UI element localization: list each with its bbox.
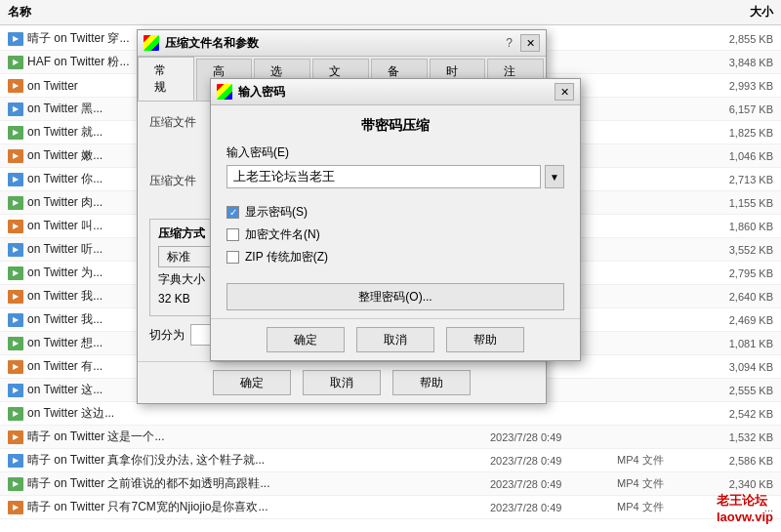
file-icon: ▶ [8, 266, 23, 280]
show-password-label: 显示密码(S) [245, 204, 308, 221]
file-size: 3,094 KB [695, 361, 773, 373]
file-size: 1,046 KB [695, 150, 773, 162]
split-label: 切分为 [149, 327, 185, 344]
file-icon: ▶ [8, 477, 23, 491]
file-type: MP4 文件 [617, 453, 695, 468]
file-type: MP4 文件 [617, 500, 695, 514]
file-icon: ▶ [8, 102, 23, 116]
zip-icon [144, 35, 159, 51]
password-dialog-title: 输入密码 [238, 84, 285, 101]
update-label: 压缩文件 [149, 173, 218, 189]
password-input[interactable] [226, 165, 541, 188]
password-subtitle: 带密码压缩 [211, 117, 580, 135]
manage-password-button[interactable]: 整理密码(O)... [226, 283, 564, 310]
file-size: 2,340 KB [695, 478, 773, 490]
password-titlebar[interactable]: 输入密码 ✕ [211, 79, 580, 105]
dict-value: 32 KB [158, 292, 190, 306]
encrypt-filename-label: 加密文件名(N) [245, 226, 320, 243]
file-name: ▶ 晴子 on Twitter 真拿你们没办法, 这个鞋子就... [8, 452, 490, 469]
encrypt-filename-row[interactable]: 加密文件名(N) [226, 226, 564, 243]
file-icon: ▶ [8, 337, 23, 350]
pw-help-button[interactable]: 帮助 [446, 327, 524, 352]
file-icon: ▶ [8, 290, 23, 304]
col-header-date [490, 4, 617, 20]
col-header-size: 大小 [695, 4, 773, 20]
file-date: 2023/7/28 0:49 [490, 431, 617, 443]
zip-params-titlebar[interactable]: 压缩文件名和参数 ? ✕ [138, 30, 546, 57]
file-icon: ▶ [8, 79, 23, 93]
show-password-row[interactable]: 显示密码(S) [226, 204, 564, 221]
password-input-row: ▼ [211, 165, 580, 188]
file-icon: ▶ [8, 501, 23, 514]
zip-params-footer: 确定 取消 帮助 [138, 361, 546, 403]
zip-ok-button[interactable]: 确定 [213, 370, 291, 395]
file-size: 6,157 KB [695, 103, 773, 115]
watermark: 老王论坛 laovw.vip [717, 492, 773, 524]
file-icon: ▶ [8, 173, 23, 186]
file-size: 1,155 KB [695, 197, 773, 209]
dialog-close-button[interactable]: ✕ [520, 34, 540, 52]
file-icon: ▶ [8, 313, 23, 327]
password-label: 输入密码(E) [211, 144, 580, 161]
zip-traditional-row[interactable]: ZIP 传统加密(Z) [226, 249, 564, 266]
file-size: 3,552 KB [695, 244, 773, 256]
file-icon: ▶ [8, 430, 23, 444]
title-help-label: ? [506, 36, 513, 50]
col-header-name: 名称 [8, 4, 490, 20]
file-type: MP4 文件 [617, 476, 695, 491]
col-header-type [617, 4, 695, 20]
file-size: 2,542 KB [695, 408, 773, 420]
table-row[interactable]: ▶ 晴子 on Twitter 之前谁说的都不如透明高跟鞋... 2023/7/… [0, 472, 781, 496]
file-icon: ▶ [8, 56, 23, 69]
file-icon: ▶ [8, 32, 23, 46]
file-icon: ▶ [8, 243, 23, 257]
file-date: 2023/7/28 0:49 [490, 502, 617, 513]
file-name: ▶ 晴子 on Twitter 只有7CM宽的Njiojio是你喜欢... [8, 499, 490, 515]
encrypt-filename-checkbox[interactable] [226, 228, 239, 241]
table-row[interactable]: ▶ 晴子 on Twitter 只有7CM宽的Njiojio是你喜欢... 20… [0, 496, 781, 519]
file-size: 1,081 KB [695, 338, 773, 349]
filename-label: 压缩文件 [149, 114, 218, 131]
file-size: 2,713 KB [695, 174, 773, 185]
file-size: 2,993 KB [695, 80, 773, 92]
pw-dropdown-button[interactable]: ▼ [545, 165, 564, 188]
table-row[interactable]: ▶ on Twitter 这边... 2,542 KB [0, 402, 781, 426]
file-size: 1,532 KB [695, 431, 773, 443]
dict-label: 字典大小 [158, 271, 205, 288]
file-icon: ▶ [8, 360, 23, 374]
file-name: ▶ 晴子 on Twitter 这是一个... [8, 429, 490, 445]
file-size: 2,555 KB [695, 385, 773, 396]
tab-general[interactable]: 常规 [138, 57, 194, 101]
file-date: 2023/7/28 0:49 [490, 455, 617, 467]
file-icon: ▶ [8, 454, 23, 468]
file-size: 2,586 KB [695, 455, 773, 467]
file-size: 2,795 KB [695, 267, 773, 279]
table-row[interactable]: ▶ 晴子 on Twitter 这是一个... 2023/7/28 0:49 1… [0, 426, 781, 449]
password-footer: 确定 取消 帮助 [211, 318, 580, 360]
zip-traditional-checkbox[interactable] [226, 251, 239, 264]
pw-close-button[interactable]: ✕ [555, 83, 574, 101]
file-name: ▶ 晴子 on Twitter 之前谁说的都不如透明高跟鞋... [8, 475, 490, 492]
file-date: 2023/7/28 0:49 [490, 478, 617, 490]
password-options: 显示密码(S) 加密文件名(N) ZIP 传统加密(Z) [211, 200, 580, 275]
zip-help-button[interactable]: 帮助 [392, 370, 471, 395]
zip-traditional-label: ZIP 传统加密(Z) [245, 249, 328, 266]
file-icon: ▶ [8, 220, 23, 233]
file-list-header: 名称 大小 [0, 0, 781, 25]
file-size: 2,855 KB [695, 33, 773, 45]
file-icon: ▶ [8, 407, 23, 421]
pw-ok-button[interactable]: 确定 [267, 327, 345, 352]
file-name: ▶ on Twitter 这边... [8, 405, 490, 422]
file-icon: ▶ [8, 149, 23, 163]
file-icon: ▶ [8, 126, 23, 140]
table-row[interactable]: ▶ 晴子 on Twitter 真拿你们没办法, 这个鞋子就... 2023/7… [0, 449, 781, 472]
show-password-checkbox[interactable] [226, 206, 239, 219]
file-icon: ▶ [8, 384, 23, 397]
file-size: 3,848 KB [695, 57, 773, 68]
zip-cancel-button[interactable]: 取消 [303, 370, 381, 395]
zip-params-title: 压缩文件名和参数 [165, 35, 259, 52]
file-size: 2,469 KB [695, 314, 773, 326]
file-icon: ▶ [8, 196, 23, 210]
file-size: 2,640 KB [695, 291, 773, 303]
pw-cancel-button[interactable]: 取消 [356, 327, 434, 352]
